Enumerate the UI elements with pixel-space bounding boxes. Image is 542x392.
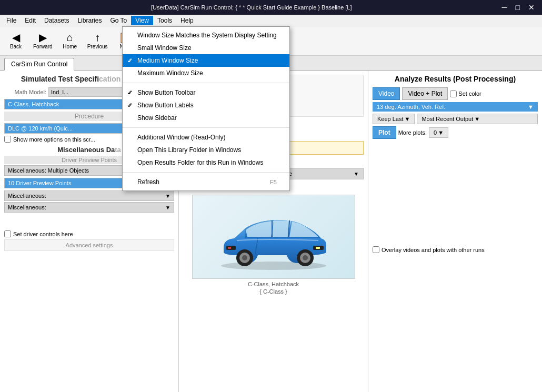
tab-run-control[interactable]: CarSim Run Control — [4, 58, 74, 71]
set-color-label: Set color — [458, 91, 481, 97]
misc-2-dropdown[interactable]: Miscellaneous: ▼ — [4, 190, 174, 201]
show-more-label: Show more options on this scr... — [13, 136, 95, 143]
more-plots-value: 0 — [434, 129, 437, 136]
additional-section: Additional Window (Read-Only) Open This … — [123, 129, 289, 171]
open-library-option[interactable]: Open This Library Folder in Windows — [123, 144, 289, 156]
vehicle-value: C-Class, Hatchback — [8, 101, 59, 107]
additional-window-option[interactable]: Additional Window (Read-Only) — [123, 131, 289, 144]
small-window-option[interactable]: Small Window Size — [123, 42, 289, 54]
medium-window-label: Medium Window Size — [137, 57, 198, 64]
advanced-settings-left: Advanced settings — [4, 239, 174, 251]
separator-1 — [123, 83, 289, 83]
open-library-label: Open This Library Folder in Windows — [137, 146, 241, 154]
math-model-value: Ind_l... — [51, 89, 68, 95]
minimize-button[interactable]: ─ — [499, 2, 510, 13]
menu-edit[interactable]: Edit — [21, 16, 40, 25]
plot-row: Plot More plots: 0 ▼ — [373, 126, 538, 139]
azimuth-dropdown[interactable]: 13 deg. Azimuth, Veh. Ref. ▼ — [373, 102, 538, 112]
misc-3-value: Miscellaneous: — [8, 204, 46, 210]
previous-button[interactable]: ↑ Previous — [84, 28, 112, 54]
show-sidebar-option[interactable]: Show Sidebar — [123, 112, 289, 124]
set-color-checkbox[interactable] — [450, 91, 457, 97]
menu-datasets[interactable]: Datasets — [40, 16, 73, 25]
most-recent-arrow: ▼ — [474, 116, 480, 122]
more-plots-section: More plots: 0 ▼ — [398, 127, 448, 138]
overlay-videos-row[interactable]: Overlay videos and plots with other runs — [373, 246, 538, 253]
car-caption: C-Class, Hatchback — [183, 281, 364, 287]
keep-last-dropdown[interactable]: Keep Last ▼ — [373, 114, 415, 124]
refresh-option[interactable]: Refresh F5 — [123, 176, 289, 188]
video-controls-row: Video Video + Plot Set color — [373, 87, 538, 100]
restore-button[interactable]: □ — [513, 2, 523, 13]
more-plots-arrow: ▼ — [438, 129, 444, 136]
keep-last-arrow: ▼ — [405, 116, 410, 122]
refresh-section: Refresh F5 — [123, 174, 289, 190]
driver-controls-label: Set driver controls here — [13, 231, 73, 237]
svg-point-12 — [242, 255, 247, 260]
menu-tools[interactable]: Tools — [153, 16, 176, 25]
forward-button[interactable]: ▶ Forward — [29, 28, 56, 54]
previous-icon: ↑ — [95, 32, 100, 43]
time-station-arrow: ▼ — [354, 171, 359, 177]
misc-2-arrow: ▼ — [165, 193, 170, 199]
menu-libraries[interactable]: Libraries — [73, 16, 106, 25]
max-window-label: Maximum Window Size — [137, 69, 203, 77]
svg-point-9 — [303, 255, 308, 260]
menu-bar: File Edit Datasets Libraries Go To View … — [0, 15, 542, 26]
match-system-option[interactable]: Window Size Matches the System Display S… — [123, 29, 289, 42]
keep-last-row: Keep Last ▼ Most Recent Output ▼ — [373, 114, 538, 124]
overlay-videos-checkbox[interactable] — [373, 246, 379, 253]
max-window-option[interactable]: Maximum Window Size — [123, 67, 289, 79]
analyze-header: Analyze Results (Post Processing) — [373, 75, 538, 83]
show-toolbar-label: Show Button Toolbar — [137, 89, 196, 96]
back-button[interactable]: ◀ Back — [4, 28, 27, 54]
misc-objects-value: Miscellaneous: Multiple Objects — [8, 167, 89, 174]
home-label: Home — [63, 44, 77, 49]
svg-rect-6 — [228, 247, 231, 249]
more-plots-dropdown[interactable]: 0 ▼ — [429, 127, 448, 138]
driver-controls-row[interactable]: Set driver controls here — [4, 230, 174, 237]
match-system-label: Window Size Matches the System Display S… — [137, 32, 277, 39]
overlay-videos-label: Overlay videos and plots with other runs — [382, 247, 485, 253]
menu-file[interactable]: File — [2, 16, 21, 25]
video-plus-plot-button[interactable]: Video + Plot — [402, 87, 448, 100]
car-illustration — [208, 200, 339, 274]
show-labels-option[interactable]: ✓ Show Button Labels — [123, 99, 289, 112]
show-toolbar-option[interactable]: ✓ Show Button Toolbar — [123, 86, 289, 99]
show-labels-label: Show Button Labels — [137, 102, 194, 109]
keep-last-value: Keep Last — [377, 116, 404, 122]
forward-icon: ▶ — [39, 32, 47, 43]
show-labels-check: ✓ — [127, 102, 132, 109]
car-preview — [192, 195, 355, 279]
close-button[interactable]: ✕ — [525, 2, 538, 13]
plot-button[interactable]: Plot — [373, 126, 396, 139]
window-size-section: Window Size Matches the System Display S… — [123, 27, 289, 82]
small-window-label: Small Window Size — [137, 44, 192, 52]
medium-window-option[interactable]: ✓ Medium Window Size — [123, 54, 289, 67]
video-button[interactable]: Video — [373, 87, 400, 100]
azimuth-arrow: ▼ — [528, 104, 534, 110]
refresh-shortcut: F5 — [270, 179, 277, 185]
misc-3-dropdown[interactable]: Miscellaneous: ▼ — [4, 202, 174, 213]
procedure-value: DLC @ 120 km/h (Quic... — [8, 125, 73, 132]
most-recent-dropdown[interactable]: Most Recent Output ▼ — [417, 114, 538, 124]
additional-window-label: Additional Window (Read-Only) — [137, 134, 225, 141]
title-text: [UserData] CarSim Run Control; { * * Qui… — [4, 4, 499, 11]
back-label: Back — [10, 44, 22, 49]
open-results-option[interactable]: Open Results Folder for this Run in Wind… — [123, 156, 289, 169]
driver-preview-value: 10 Driver Preview Points — [8, 180, 71, 186]
menu-help[interactable]: Help — [176, 16, 198, 25]
refresh-label: Refresh — [137, 178, 159, 186]
forward-label: Forward — [33, 44, 53, 49]
menu-view[interactable]: View — [131, 16, 153, 25]
right-panel: Analyze Results (Post Processing) Video … — [368, 71, 542, 392]
home-button[interactable]: ⌂ Home — [58, 28, 82, 54]
view-dropdown-menu: Window Size Matches the System Display S… — [122, 26, 290, 191]
car-model: { C-Class } — [183, 288, 364, 295]
menu-goto[interactable]: Go To — [106, 16, 131, 25]
show-more-checkbox[interactable] — [4, 136, 11, 143]
misc-3-arrow: ▼ — [165, 205, 170, 210]
driver-controls-checkbox[interactable] — [4, 230, 11, 237]
separator-2 — [123, 127, 289, 128]
misc-2-value: Miscellaneous: — [8, 193, 46, 199]
